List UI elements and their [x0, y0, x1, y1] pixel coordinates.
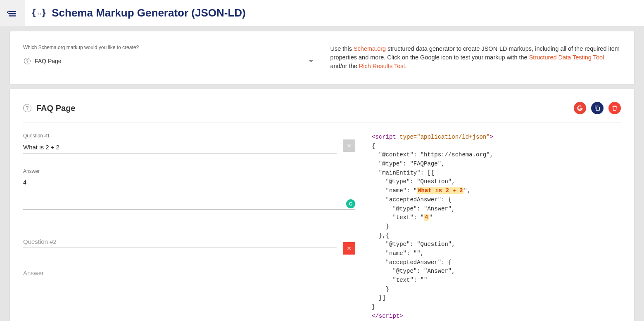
- code-text: "@type": "FAQPage",: [372, 160, 444, 167]
- help-icon: ?: [23, 104, 31, 112]
- code-text: "@context": "https://schema.org",: [372, 151, 493, 158]
- copy-code-button[interactable]: [591, 102, 604, 114]
- answer-label-2: Answer: [23, 269, 355, 276]
- code-text: ": [429, 214, 432, 221]
- close-icon: [347, 246, 352, 251]
- question-label: Question #1: [23, 133, 337, 139]
- code-text: }]: [372, 295, 386, 301]
- close-icon: [347, 143, 352, 148]
- grammarly-icon[interactable]: G: [346, 199, 355, 208]
- code-text: "@type": "Answer",: [372, 205, 455, 212]
- section-title: FAQ Page: [36, 104, 574, 113]
- page-title: Schema Markup Generator (JSON-LD): [52, 7, 246, 19]
- question-input-1[interactable]: [23, 141, 337, 153]
- link-structured-data-testing-tool[interactable]: Structured Data Testing Tool: [529, 54, 604, 61]
- code-text: }: [372, 223, 389, 230]
- selector-description: Use this Schema.org structured data gene…: [330, 45, 621, 71]
- chevron-down-icon: [309, 60, 313, 62]
- code-text: },{: [372, 232, 389, 239]
- link-rich-results-test[interactable]: Rich Results Test: [359, 63, 405, 69]
- code-text: ",: [463, 187, 471, 194]
- question-block-2: [23, 236, 355, 255]
- actions: [574, 102, 621, 114]
- code-text: "text": "": [372, 277, 427, 283]
- answer-block-2: Answer: [23, 269, 355, 276]
- svg-rect-3: [596, 107, 599, 110]
- form-column: Question #1 Answer 4 G: [23, 133, 355, 321]
- code-text: "@type": "Answer",: [372, 268, 455, 274]
- code-text: "acceptedAnswer": {: [372, 196, 452, 203]
- page-title-wrap: {..} Schema Markup Generator (JSON-LD): [25, 7, 246, 19]
- code-text: "application/ld+json": [417, 134, 490, 140]
- section-header: ? FAQ Page: [23, 102, 621, 123]
- code-text: "text": ": [372, 214, 424, 221]
- code-text: "@type": "Question",: [372, 178, 455, 185]
- code-text: script: [379, 313, 399, 319]
- schema-select-value: FAQ Page: [35, 58, 305, 64]
- code-highlight-answer: 4: [424, 214, 429, 221]
- help-icon: ?: [24, 58, 31, 64]
- clear-button[interactable]: [608, 102, 621, 114]
- code-text: "name": ": [372, 187, 417, 194]
- menu-toggle-button[interactable]: [0, 0, 25, 26]
- selector-card: Which Schema.org markup would you like t…: [10, 31, 634, 84]
- code-text: script: [375, 134, 396, 140]
- google-icon: [577, 105, 583, 111]
- editor-body: Question #1 Answer 4 G: [23, 133, 621, 321]
- code-text: "@type": "Question",: [372, 241, 455, 248]
- answer-input-1[interactable]: 4: [23, 177, 355, 210]
- code-text: type: [399, 134, 413, 140]
- menu-collapse-icon: [7, 8, 18, 19]
- faq-editor-card: ? FAQ Page Question #1: [10, 89, 634, 321]
- remove-question-button-2[interactable]: [343, 242, 355, 255]
- trash-icon: [611, 105, 618, 111]
- code-text: "name": "",: [372, 250, 424, 257]
- code-text: "mainEntity": [{: [372, 170, 434, 176]
- link-schema-org[interactable]: Schema.org: [354, 45, 386, 52]
- answer-label: Answer: [23, 168, 355, 174]
- code-highlight-question: What is 2 + 2: [417, 187, 463, 194]
- code-text: }: [372, 304, 375, 310]
- code-output: <script type="application/ld+json"> { "@…: [372, 133, 621, 321]
- desc-text-3: and/or the: [330, 63, 359, 69]
- desc-text-1: Use this: [330, 45, 354, 52]
- code-text: "acceptedAnswer": {: [372, 259, 452, 266]
- topbar: {..} Schema Markup Generator (JSON-LD): [0, 0, 644, 26]
- code-text: {: [372, 143, 375, 149]
- answer-block-1: Answer 4 G: [23, 168, 355, 211]
- question-input-2[interactable]: [23, 236, 337, 248]
- copy-icon: [594, 105, 601, 111]
- json-ld-logo-icon: {..}: [31, 8, 46, 18]
- remove-question-button-1[interactable]: [343, 139, 355, 152]
- desc-text-4: .: [405, 63, 407, 69]
- test-google-button[interactable]: [574, 102, 586, 114]
- schema-select-label: Which Schema.org markup would you like t…: [23, 45, 314, 50]
- question-block-1: Question #1: [23, 133, 355, 153]
- selector-left: Which Schema.org markup would you like t…: [23, 45, 314, 71]
- schema-select[interactable]: ? FAQ Page: [23, 55, 314, 67]
- code-text: }: [372, 286, 389, 293]
